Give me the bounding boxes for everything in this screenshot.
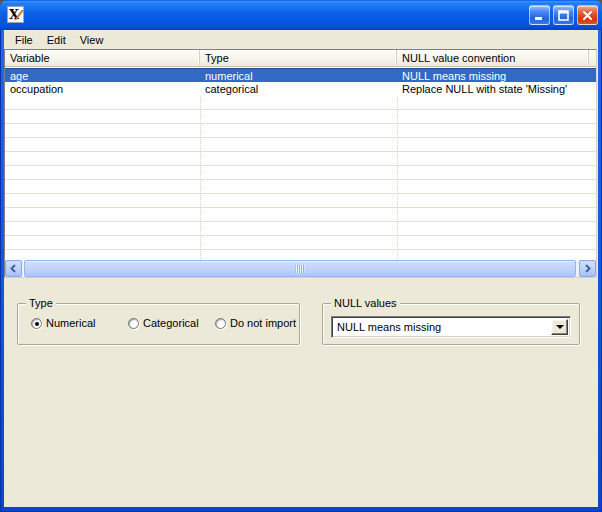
radio-numerical[interactable]: Numerical xyxy=(31,317,96,329)
null-values-groupbox: NULL values NULL means missing xyxy=(322,303,580,345)
scrollbar-grip xyxy=(296,265,305,273)
scroll-left-arrow-icon[interactable] xyxy=(5,260,22,277)
cell-type: categorical xyxy=(200,82,397,96)
radio-circle-icon xyxy=(128,318,139,329)
cell-type: numerical xyxy=(200,69,397,83)
import-variables-window: X File Edit View xyxy=(0,0,602,512)
radio-do-not-import-label: Do not import xyxy=(230,317,296,329)
chevron-down-icon xyxy=(556,325,564,329)
horizontal-scrollbar[interactable] xyxy=(5,260,596,277)
app-icon[interactable]: X xyxy=(7,6,24,23)
dropdown-button[interactable] xyxy=(551,319,568,335)
scroll-right-arrow-icon[interactable] xyxy=(579,260,596,277)
table-row-occupation[interactable]: occupation categorical Replace NULL with… xyxy=(5,82,596,96)
type-groupbox-label: Type xyxy=(26,297,56,310)
menu-bar: File Edit View xyxy=(4,30,598,49)
minimize-button[interactable] xyxy=(529,5,550,25)
radio-numerical-label: Numerical xyxy=(46,317,96,329)
variables-list: Variable Type NULL value convention age … xyxy=(4,49,597,278)
window-frame: X File Edit View xyxy=(0,0,602,512)
radio-circle-icon xyxy=(31,318,42,329)
scrollbar-thumb[interactable] xyxy=(24,260,576,277)
title-bar[interactable]: X xyxy=(0,0,602,30)
menu-view[interactable]: View xyxy=(73,32,111,48)
menu-file[interactable]: File xyxy=(8,32,40,48)
null-values-dropdown[interactable]: NULL means missing xyxy=(331,316,571,338)
radio-do-not-import[interactable]: Do not import xyxy=(215,317,296,329)
cell-null-convention: NULL means missing xyxy=(397,69,596,83)
type-radio-row: Numerical Categorical Do not import xyxy=(18,317,299,331)
close-button[interactable] xyxy=(577,5,598,25)
menu-edit[interactable]: Edit xyxy=(40,32,73,48)
client-area: File Edit View Variable Type NULL value … xyxy=(4,30,598,507)
type-groupbox: Type Numerical Categorical Do not import xyxy=(17,303,300,345)
null-values-dropdown-value: NULL means missing xyxy=(337,321,548,333)
caption-buttons xyxy=(529,5,598,25)
radio-categorical[interactable]: Categorical xyxy=(128,317,199,329)
list-header: Variable Type NULL value convention xyxy=(5,50,596,67)
null-values-groupbox-label: NULL values xyxy=(331,297,400,310)
radio-categorical-label: Categorical xyxy=(143,317,199,329)
column-header-type[interactable]: Type xyxy=(200,50,397,66)
list-body: age numerical NULL means missing occupat… xyxy=(5,68,596,260)
column-header-variable[interactable]: Variable xyxy=(5,50,200,66)
cell-null-convention: Replace NULL with state 'Missing' xyxy=(397,82,596,96)
column-gridline xyxy=(397,68,398,260)
maximize-button[interactable] xyxy=(553,5,574,25)
radio-circle-icon xyxy=(215,318,226,329)
column-gridline xyxy=(200,68,201,260)
x-pencil-icon: X xyxy=(8,7,23,22)
column-header-null-convention[interactable]: NULL value convention xyxy=(397,50,589,66)
cell-variable: age xyxy=(5,69,200,83)
table-row-age[interactable]: age numerical NULL means missing xyxy=(5,68,596,83)
cell-variable: occupation xyxy=(5,82,200,96)
column-header-filler xyxy=(589,50,596,66)
